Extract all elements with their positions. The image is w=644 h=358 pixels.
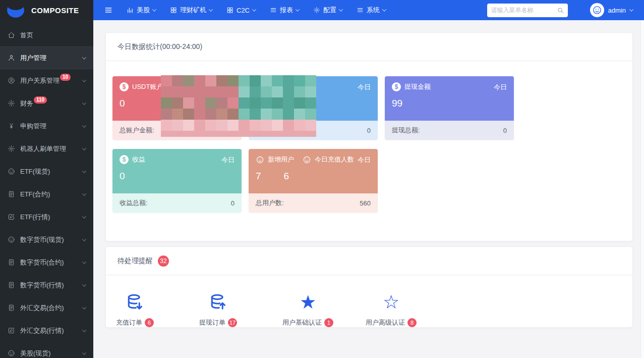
stat-value: 6 [284,171,289,182]
sidebar-item-首页[interactable]: 首页 [0,24,93,46]
reminder-label: 用户基础认证 [282,318,322,327]
chevron-down-icon [82,214,86,218]
sidebar-item-财务[interactable]: 财务 110 [0,92,93,115]
sidebar-item-label: 美股(现货) [20,349,51,358]
smile-icon [8,236,15,243]
panel-header: 今日数据统计(00:00-24:00) [106,33,632,61]
reminder-count-badge: 17 [228,318,237,327]
scrollbar[interactable] [640,20,644,358]
sidebar-item-label: 数字货币(现货) [20,235,64,244]
gear-icon [8,99,15,107]
nav-item-label: 配置 [323,6,336,15]
stat-card-top: 新增用户今日充值人数 今日 76 [249,149,378,193]
smile-icon [8,349,15,357]
reminder-label: 充值订单 [116,318,142,327]
sidebar-item-数字货币(合约)[interactable]: 数字货币(合约) [0,251,93,274]
sidebar-item-ETF(合约)[interactable]: ETF(合约) [0,183,93,206]
nav-item-美股[interactable]: 美股 [127,6,156,15]
sidebar: 首页 用户管理 用户关系管理 10 财务 110 申购管理 机器人刷单管理 ET… [0,20,93,358]
menu-searchbox[interactable] [487,4,568,17]
star-outline-icon: ☆ [383,292,399,312]
sidebar-item-label: 用户管理 [20,54,46,63]
sidebar-item-badge: 10 [60,74,71,81]
sidebar-item-label: 外汇交易(合约) [20,303,64,313]
stat-value: 99 [392,98,402,109]
list-icon [270,7,277,14]
stat-value: 7 [256,171,261,182]
nav-item-C2C[interactable]: C2C [226,6,256,15]
footer-value: 0 [231,199,235,207]
chevron-down-icon [252,7,256,11]
reminders-panel-title: 待处理提醒 [118,257,153,266]
reminder-item-提现订单[interactable]: 提现订单 17 [199,292,282,327]
sidebar-item-label: 数字货币(合约) [20,258,64,267]
nav-item-label: 理财矿机 [180,6,206,15]
hamburger-menu-icon[interactable] [104,6,112,14]
chevron-down-icon [82,305,86,309]
stat-card-values: 0 [120,171,235,182]
chevron-down-icon [82,260,86,264]
grid-icon [170,7,177,14]
stat-value: 0 [120,171,125,182]
username: admin [608,7,626,14]
stat-card-footer: 总用户数: 560 [249,193,378,213]
search-icon[interactable] [557,7,564,14]
sidebar-item-ETF(现货)[interactable]: ETF(现货) [0,160,93,183]
edit-icon [8,327,15,334]
stats-panel-title: 今日数据统计(00:00-24:00) [118,42,202,52]
sidebar-item-美股(现货)[interactable]: 美股(现货) [0,342,93,358]
nav-item-label: 系统 [367,6,380,15]
footer-label: 提现总额: [392,126,420,135]
reminder-item-用户高级认证[interactable]: ☆ 用户高级认证 8 [366,292,449,327]
sidebar-item-数字货币(现货)[interactable]: 数字货币(现货) [0,228,93,251]
nav-item-系统[interactable]: 系统 [357,6,386,15]
sidebar-item-用户管理[interactable]: 用户管理 [0,46,93,69]
yen-icon [8,122,15,130]
pending-reminders-panel: 待处理提醒 32 充值订单 6 提现订单 17 ★ 用户基础认证 1 [105,246,633,328]
censored-mosaic-region [161,75,316,137]
nav-item-报表[interactable]: 报表 [270,6,299,15]
user-menu[interactable]: admin [590,3,633,17]
chevron-down-icon [82,282,86,286]
chevron-down-icon [209,7,213,11]
dollar-coin-icon: $ [120,155,129,164]
nav-item-label: 美股 [137,6,150,15]
sidebar-item-label: 财务 [20,99,33,108]
panel-header: 待处理提醒 32 [106,247,632,275]
doc-icon [8,304,15,312]
nav-item-label: C2C [237,7,250,14]
sidebar-item-label: ETF(行情) [20,213,50,222]
nav-item-配置[interactable]: 配置 [313,6,342,15]
sidebar-item-ETF(行情)[interactable]: ETF(行情) [0,206,93,228]
sidebar-item-用户关系管理[interactable]: 用户关系管理 10 [0,69,93,92]
doc-icon [8,190,15,198]
search-input[interactable] [491,7,555,14]
footer-value: 0 [503,127,507,134]
sidebar-item-外汇交易(行情)[interactable]: 外汇交易(行情) [0,319,93,342]
main-content: 今日数据统计(00:00-24:00) $USDT账户余额 0 总账户金额: 今… [93,20,644,358]
topnav-items: 美股 理财矿机 C2C 报表 配置 系统 [127,6,386,15]
database-upload-icon [209,292,227,312]
stat-card-top: $提现金额 今日 99 [385,76,514,121]
sidebar-item-数字货币(行情)[interactable]: 数字货币(行情) [0,274,93,296]
chevron-down-icon [339,7,343,11]
sidebar-item-外汇交易(合约)[interactable]: 外汇交易(合约) [0,296,93,319]
sidebar-item-申购管理[interactable]: 申购管理 [0,115,93,137]
footer-value: 0 [367,127,371,134]
reminder-item-充值订单[interactable]: 充值订单 6 [116,292,199,327]
stat-card-values: 99 [392,98,507,109]
nav-item-理财矿机[interactable]: 理财矿机 [170,6,212,15]
stat-card-top: $收益 今日 0 [112,149,242,193]
smile-icon [8,168,15,175]
sidebar-item-机器人刷单管理[interactable]: 机器人刷单管理 [0,137,93,160]
reminder-item-用户基础认证[interactable]: ★ 用户基础认证 1 [282,292,366,327]
chevron-down-icon [82,55,86,59]
reminder-label: 提现订单 [199,318,225,327]
chevron-down-icon [82,328,86,332]
chevron-down-icon [629,7,633,11]
reminders-count-badge: 32 [158,255,169,267]
reminder-items: 充值订单 6 提现订单 17 ★ 用户基础认证 1 ☆ 用户高级认证 [106,275,632,327]
chevron-down-icon [82,123,86,127]
brand[interactable]: COMPOSITE [0,0,93,20]
nav-item-label: 报表 [280,6,293,15]
